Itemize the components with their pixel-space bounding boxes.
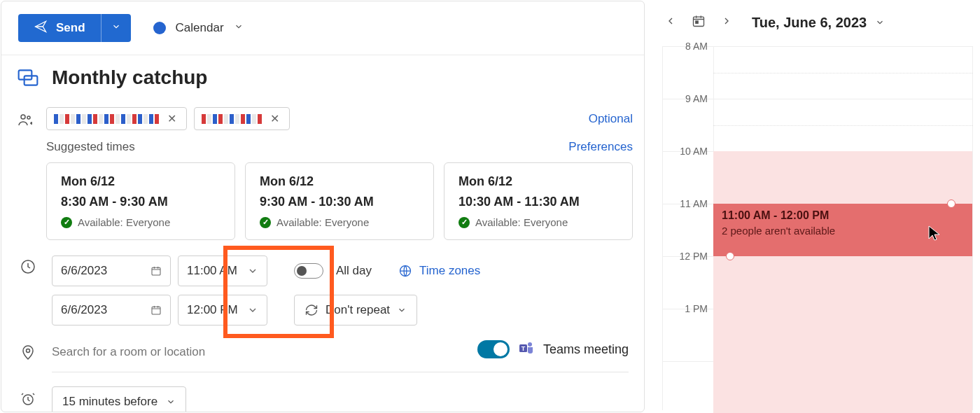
prev-day-button[interactable] (662, 13, 679, 32)
attendee-chip[interactable]: ✕ (194, 107, 290, 130)
end-time-field[interactable]: 12:00 PM (178, 295, 267, 326)
calendar-color-icon (153, 22, 166, 34)
today-calendar-button[interactable] (689, 11, 708, 34)
svg-point-3 (27, 116, 30, 119)
card-date: Mon 6/12 (458, 174, 618, 189)
card-availability: ✓Available: Everyone (458, 216, 618, 228)
check-icon: ✓ (458, 217, 470, 228)
busy-range (713, 151, 972, 413)
chevron-down-icon (111, 22, 121, 34)
card-date: Mon 6/12 (61, 174, 220, 189)
attendee-chip[interactable]: ✕ (46, 107, 187, 130)
calendar-selector[interactable]: Calendar (153, 21, 244, 35)
timezones-link[interactable]: Time zones (398, 264, 480, 278)
svg-text:T: T (522, 345, 526, 352)
send-label: Send (56, 21, 85, 35)
hour-label: 10 AM (670, 146, 708, 157)
end-date-field[interactable]: 6/6/2023 (52, 295, 171, 326)
send-icon (34, 20, 48, 36)
calendar-date-heading[interactable]: Tue, June 6, 2023 (752, 15, 885, 31)
hour-label: 1 PM (670, 303, 708, 314)
check-icon: ✓ (260, 217, 271, 228)
event-availability: 2 people aren't available (722, 225, 964, 237)
svg-point-8 (27, 349, 30, 353)
hour-label: 12 PM (670, 251, 708, 262)
event-title-input[interactable] (52, 62, 629, 93)
hour-slot[interactable]: 9 AM (663, 99, 972, 151)
svg-point-11 (528, 342, 532, 346)
end-date-value: 6/6/2023 (61, 303, 107, 317)
svg-rect-7 (152, 307, 160, 314)
event-resize-top-handle[interactable] (947, 200, 955, 208)
send-button[interactable]: Send (18, 14, 131, 42)
teams-label: Teams meeting (543, 342, 629, 357)
chevron-down-icon (247, 265, 258, 276)
svg-point-2 (21, 115, 25, 119)
next-day-button[interactable] (718, 13, 735, 32)
suggested-time-card[interactable]: Mon 6/1210:30 AM - 11:30 AM✓Available: E… (444, 162, 633, 240)
hour-label: 9 AM (670, 93, 708, 104)
card-time: 9:30 AM - 10:30 AM (260, 195, 419, 209)
allday-label: All day (336, 264, 372, 278)
start-date-field[interactable]: 6/6/2023 (52, 255, 171, 286)
start-time-field[interactable]: 11:00 AM (178, 255, 267, 286)
reminder-alarm-icon (17, 386, 39, 407)
svg-rect-1 (24, 76, 38, 85)
teams-toggle[interactable] (477, 340, 510, 358)
location-input[interactable] (52, 340, 398, 359)
calendar-timeline[interactable]: 8 AM9 AM10 AM11 AM12 PM1 PM11:00 AM - 12… (662, 46, 973, 410)
allday-toggle[interactable] (294, 263, 323, 279)
svg-rect-13 (694, 17, 704, 26)
check-icon: ✓ (61, 217, 72, 228)
repeat-icon (304, 303, 318, 317)
hour-slot[interactable]: 8 AM (663, 46, 972, 99)
start-time-value: 11:00 AM (187, 264, 237, 278)
calendar-event[interactable]: 11:00 AM - 12:00 PM2 people aren't avail… (713, 204, 972, 256)
card-date: Mon 6/12 (260, 174, 419, 189)
chevron-down-icon (397, 305, 407, 315)
event-resize-bottom-handle[interactable] (726, 252, 734, 260)
send-dropdown[interactable] (101, 14, 131, 42)
svg-rect-5 (152, 267, 160, 275)
timezones-label: Time zones (419, 264, 480, 278)
reminder-label: 15 minutes before (62, 395, 158, 409)
card-time: 10:30 AM - 11:30 AM (458, 195, 618, 209)
suggested-time-card[interactable]: Mon 6/129:30 AM - 10:30 AM✓Available: Ev… (245, 162, 434, 240)
suggested-times-label: Suggested times (46, 140, 135, 154)
hour-label: 11 AM (670, 198, 708, 209)
calendar-icon (150, 304, 162, 316)
repeat-label: Don't repeat (326, 303, 390, 317)
remove-attendee-icon[interactable]: ✕ (164, 112, 179, 125)
reminder-button[interactable]: 15 minutes before (52, 386, 186, 412)
calendar-date-text: Tue, June 6, 2023 (752, 15, 867, 30)
start-date-value: 6/6/2023 (61, 264, 107, 278)
chevron-down-icon (875, 18, 885, 27)
remove-attendee-icon[interactable]: ✕ (267, 112, 282, 125)
card-availability: ✓Available: Everyone (260, 216, 419, 228)
optional-link[interactable]: Optional (589, 112, 633, 126)
chevron-down-icon (234, 22, 244, 34)
svg-rect-14 (696, 21, 698, 23)
conversation-icon (17, 62, 39, 89)
clock-icon (17, 254, 39, 275)
card-availability: ✓Available: Everyone (61, 216, 220, 228)
calendar-label: Calendar (176, 21, 224, 35)
chevron-down-icon (166, 397, 176, 407)
card-time: 8:30 AM - 9:30 AM (61, 195, 220, 209)
attendees-icon (17, 107, 34, 128)
end-time-value: 12:00 PM (187, 303, 238, 317)
svg-rect-0 (19, 70, 32, 79)
redacted-name (202, 114, 262, 124)
repeat-button[interactable]: Don't repeat (294, 295, 417, 326)
redacted-name (54, 114, 159, 124)
teams-icon: T (518, 340, 535, 359)
chevron-down-icon (247, 304, 258, 316)
calendar-icon (150, 265, 162, 276)
globe-icon (398, 264, 412, 278)
event-time: 11:00 AM - 12:00 PM (722, 209, 964, 222)
location-icon (17, 340, 39, 360)
preferences-link[interactable]: Preferences (568, 140, 633, 154)
suggested-time-card[interactable]: Mon 6/128:30 AM - 9:30 AM✓Available: Eve… (46, 162, 235, 240)
hour-label: 8 AM (670, 41, 708, 52)
